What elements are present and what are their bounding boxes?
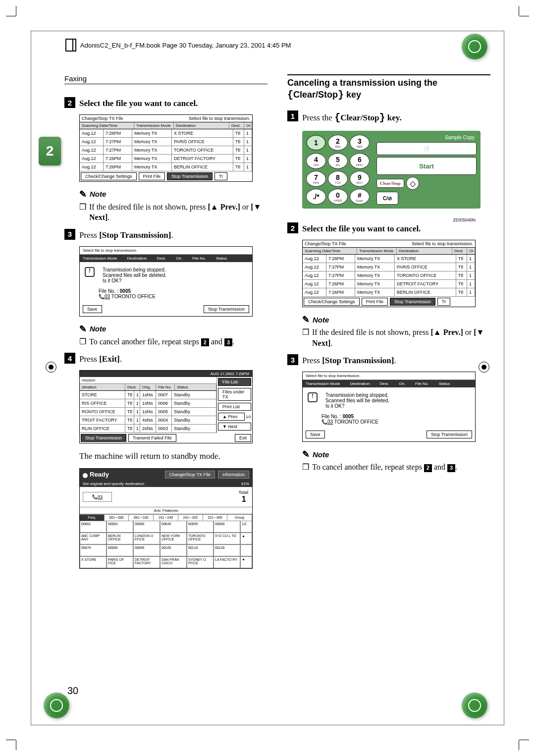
step-3-badge: 3: [64, 229, 75, 240]
print-file-button[interactable]: Print File: [362, 298, 388, 306]
tr-button[interactable]: Tr: [437, 298, 450, 306]
print-list-button[interactable]: Print List: [218, 403, 251, 411]
file-list-screenshot: Change/Stop TX FileSelect file to stop t…: [302, 240, 476, 307]
clear-stop-key: Clear/Stop: [376, 179, 404, 188]
ready-screenshot: Ready Change/Stop TX File Information Se…: [79, 468, 253, 569]
warning-icon: !: [308, 392, 318, 402]
key-8: 8TUV: [328, 171, 348, 187]
tx-list-screenshot: AUG 17,2001 7:28PM mission stinationDest…: [79, 370, 253, 443]
change-stop-button[interactable]: Change/Stop TX File: [165, 471, 215, 479]
save-button[interactable]: Save: [306, 431, 325, 438]
step-1-text: Press the {Clear/Stop} key.: [302, 110, 402, 125]
book-icon: [65, 39, 76, 52]
stop-icon: ◇: [406, 177, 419, 190]
confirm-dialog-screenshot: Select file to stop transmission. Transm…: [302, 372, 476, 442]
transmit-failed-button[interactable]: Transmit Failed File: [128, 434, 176, 442]
step-3-text: Press [Stop Transmission].: [302, 354, 396, 367]
step-2-badge: 2: [287, 222, 298, 233]
key-6: 6MNO: [350, 153, 370, 169]
note-body: ❒ If the desired file is not shown, pres…: [79, 202, 268, 223]
keypad-caption: ZDSS040N: [287, 217, 476, 222]
step-3-badge: 3: [287, 354, 298, 365]
section-header: Faxing: [64, 74, 268, 84]
info-button[interactable]: Information: [218, 471, 249, 479]
sample-copy-button: 📄: [376, 142, 477, 155]
check-change-button[interactable]: Check/Change Settings: [81, 172, 137, 180]
check-change-button[interactable]: Check/Change Settings: [304, 298, 360, 306]
step-4-badge: 4: [64, 353, 75, 364]
pencil-icon: [79, 189, 87, 200]
exit-button[interactable]: Exit: [235, 434, 251, 442]
pencil-icon: [302, 449, 310, 460]
key-hash: #Enter: [350, 189, 370, 205]
key-5: 5JKL: [328, 153, 348, 169]
note-label: Note: [90, 190, 106, 198]
key-9: 9WXY: [350, 171, 370, 187]
start-button: Start: [376, 157, 477, 175]
pencil-icon: [302, 314, 310, 325]
stop-transmission-button[interactable]: Stop Transmission: [427, 431, 472, 438]
keypad-illustration: 1 2ABC 3DEF 4GHI 5JKL 6MNO 7PRS 8TUV 9WX…: [302, 131, 481, 209]
print-file-button[interactable]: Print File: [139, 172, 165, 180]
file-list-button[interactable]: File List: [218, 378, 251, 386]
subsection-title: Canceling a transmission using the {Clea…: [287, 77, 490, 102]
note-label: Note: [313, 450, 329, 459]
corner-orb-tr: [462, 34, 491, 63]
key-3: 3DEF: [350, 135, 370, 151]
stop-transmission-button[interactable]: Stop Transmission: [81, 434, 126, 442]
pencil-icon: [79, 324, 87, 334]
page-number: 30: [67, 685, 78, 697]
prev-button[interactable]: ▲ Prev.: [218, 413, 245, 421]
note-label: Note: [313, 316, 329, 324]
note-body: ❒ To cancel another file, repeat steps 2…: [79, 336, 268, 347]
file-list-screenshot: Change/Stop TX FileSelect file to stop t…: [79, 114, 253, 182]
note-label: Note: [90, 324, 106, 333]
note-body: ❒ To cancel another file, repeat steps 2…: [302, 462, 490, 473]
files-under-tx-button[interactable]: Files under TX: [218, 388, 251, 401]
step-1-badge: 1: [287, 110, 298, 121]
standby-text: The machine will return to standby mode.: [79, 450, 268, 462]
note-body: ❒ If the desired file is not shown, pres…: [302, 327, 490, 348]
tr-button[interactable]: Tr: [214, 172, 227, 180]
step-2-text: Select the file you want to cancel.: [79, 97, 198, 109]
key-7: 7PRS: [306, 171, 326, 187]
step-2-badge: 2: [64, 97, 75, 108]
warning-icon: !: [85, 267, 95, 277]
stop-transmission-button[interactable]: Stop Transmission: [167, 172, 213, 180]
stop-transmission-button[interactable]: Stop Transmission: [204, 305, 249, 313]
key-4: 4GHI: [306, 153, 326, 169]
co-button: C/⊘: [376, 192, 398, 205]
stop-transmission-button[interactable]: Stop Transmission: [390, 298, 435, 306]
key-2: 2ABC: [328, 135, 348, 151]
book-header-text: AdonisC2_EN_b-f_FM.book Page 30 Tuesday,…: [80, 42, 291, 49]
key-0: 0OPER: [328, 189, 348, 205]
step-2-text: Select the file you want to cancel.: [302, 222, 421, 235]
next-button[interactable]: ▼ Next: [218, 423, 251, 431]
key-1: 1: [306, 135, 326, 151]
key-star: ./*: [306, 189, 326, 205]
book-header: AdonisC2_EN_b-f_FM.book Page 30 Tuesday,…: [65, 39, 291, 52]
step-3-text: Press [Stop Transmission].: [79, 229, 173, 241]
chapter-tab: 2: [39, 137, 61, 165]
save-button[interactable]: Save: [83, 305, 102, 313]
confirm-dialog-screenshot: Select file to stop transmission. Transm…: [79, 246, 253, 317]
step-4-text: Press [Exit].: [79, 353, 122, 365]
